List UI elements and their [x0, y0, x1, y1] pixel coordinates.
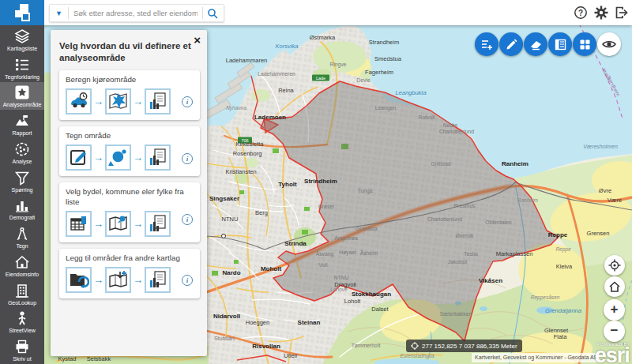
panel-title: Velg hvordan du vil definere et analyseo… — [59, 40, 195, 64]
svg-text:Nedre: Nedre — [443, 122, 458, 128]
sidebar-item-analyse[interactable]: Analyse — [0, 138, 44, 167]
drawn-shapes-icon — [105, 144, 131, 171]
search-box[interactable]: ▼ — [49, 4, 224, 22]
card-drive-area[interactable]: Beregn kjøreområde → → — [59, 70, 200, 120]
zoom-out-button[interactable]: − — [604, 321, 625, 342]
svg-text:Ladehammaren: Ladehammaren — [226, 57, 268, 64]
sidebar-item-streetview[interactable]: StreetView — [0, 308, 44, 336]
search-icon[interactable] — [203, 7, 224, 20]
svg-text:Kirkesletta: Kirkesletta — [235, 141, 264, 148]
svg-text:Korsvika: Korsvika — [276, 43, 299, 50]
svg-text:Ringve: Ringve — [329, 62, 346, 68]
svg-text:Voll: Voll — [319, 262, 328, 268]
info-icon[interactable]: i — [182, 275, 193, 286]
search-input[interactable] — [69, 9, 202, 17]
table-icon — [66, 211, 92, 237]
sidebar-item-label: Eiendomsinfo — [6, 272, 39, 277]
report-columns-button[interactable] — [548, 32, 572, 56]
svg-text:Risvollan: Risvollan — [252, 343, 280, 350]
house-icon — [13, 253, 31, 271]
sidebar-item-kartlagsliste[interactable]: Kartlagsliste — [0, 25, 44, 54]
eraser-button[interactable] — [524, 32, 547, 56]
sidebar-item-tegnforklaring[interactable]: Tegnforklaring — [0, 54, 44, 82]
logout-icon[interactable] — [615, 6, 629, 20]
svg-text:Væresholmen: Væresholmen — [583, 144, 618, 149]
sidebar-item-skrivut[interactable]: Skriv ut — [0, 336, 44, 364]
svg-text:Åsvang: Åsvang — [316, 250, 334, 257]
report-icon — [13, 112, 31, 129]
help-icon[interactable]: ? — [574, 6, 588, 20]
sidebar-item-tegn[interactable]: Tegn — [0, 223, 44, 251]
search-dropdown-caret[interactable]: ▼ — [50, 9, 68, 17]
svg-text:NTNU: NTNU — [334, 275, 349, 280]
draw-pencil-button[interactable] — [499, 32, 523, 56]
svg-text:Rosenborg: Rosenborg — [233, 150, 262, 157]
analysis-area-panel: × Velg hvordan du vil definere et analys… — [51, 30, 207, 356]
svg-text:Reppesåsen: Reppesåsen — [531, 295, 560, 301]
coordinate-readout: 277 152,825 7 037 886,335 Meter — [406, 340, 522, 352]
svg-text:Brøset: Brøset — [318, 204, 334, 209]
card-add-from-layers[interactable]: Legg til områder fra andre kartlag → — [59, 249, 200, 298]
draw-rectangle-icon — [66, 144, 92, 171]
analysis-icon — [13, 141, 31, 158]
arrow-icon: → — [92, 274, 105, 286]
svg-text:Ranheim: Ranheim — [517, 197, 539, 203]
svg-text:Øvre: Øvre — [599, 187, 611, 194]
sidebar-item-label: Skriv ut — [13, 356, 31, 362]
info-icon[interactable]: i — [182, 214, 193, 225]
add-to-list-button[interactable] — [475, 32, 498, 56]
svg-text:Charlottenlund: Charlottenlund — [427, 216, 462, 222]
card-select-from-list[interactable]: Velg bydel, kommune eler fylke fra liste… — [59, 182, 200, 242]
esri-logo: POWERED BY esri — [595, 342, 630, 364]
svg-text:Kristiansten: Kristiansten — [225, 168, 256, 175]
sidebar-item-eiendomsinfo[interactable]: Eiendomsinfo — [0, 251, 44, 280]
sidebar-item-rapport[interactable]: Rapport — [0, 110, 44, 138]
sidebar-item-analyseomrade[interactable]: Analyseområde — [0, 82, 44, 111]
locate-button[interactable] — [604, 255, 625, 276]
arrow-icon: → — [131, 218, 145, 230]
app-logo[interactable] — [0, 0, 44, 25]
svg-text:Lade: Lade — [316, 76, 325, 81]
map-search-icon — [105, 211, 131, 237]
svg-text:Sæterbakken: Sæterbakken — [440, 311, 472, 317]
info-icon[interactable]: i — [182, 153, 193, 164]
map-add-icon — [105, 267, 131, 293]
svg-text:Fagerheim: Fagerheim — [365, 69, 393, 76]
svg-text:Lademoen: Lademoen — [254, 114, 286, 121]
svg-text:Moholt: Moholt — [261, 265, 282, 272]
grid-apps-button[interactable] — [573, 32, 596, 56]
sidebar-item-sporring[interactable]: Spørring — [0, 167, 44, 195]
svg-text:Tyholt: Tyholt — [278, 181, 297, 188]
home-button[interactable] — [604, 276, 625, 297]
svg-text:Strinda: Strinda — [284, 240, 307, 247]
svg-text:Grillstad: Grillstad — [431, 161, 451, 167]
sidebar-item-label: Spørring — [12, 187, 33, 193]
bars-icon — [13, 197, 31, 214]
svg-text:?: ? — [578, 9, 583, 17]
svg-text:Øvervik: Øvervik — [455, 233, 474, 238]
arrow-icon: → — [131, 274, 145, 286]
card-draw-area[interactable]: Tegn område → → — [59, 126, 200, 176]
analysis-area-icon — [13, 84, 31, 101]
svg-text:Nardo: Nardo — [222, 269, 240, 276]
card-title: Velg bydel, kommune eler fylke fra liste — [66, 187, 186, 206]
svg-text:Steinan: Steinan — [298, 319, 321, 326]
svg-text:Strindheim: Strindheim — [304, 178, 337, 185]
svg-text:Være: Være — [608, 197, 622, 204]
svg-text:Devle: Devle — [356, 77, 371, 83]
visibility-eye-button[interactable] — [597, 32, 621, 56]
settings-gear-icon[interactable] — [594, 6, 608, 20]
card-title: Beregn kjøreområde — [66, 75, 186, 84]
zoom-in-button[interactable]: + — [604, 299, 625, 321]
close-icon[interactable]: × — [194, 35, 201, 46]
svg-text:Jakobsli: Jakobsli — [448, 259, 468, 265]
svg-text:Kleiva: Kleiva — [556, 263, 573, 270]
svg-text:Tunga: Tunga — [357, 188, 372, 194]
svg-text:Presthus: Presthus — [454, 203, 476, 208]
svg-text:Lohove: Lohove — [330, 287, 348, 292]
info-icon[interactable]: i — [182, 96, 193, 107]
layers-icon — [13, 28, 31, 45]
sidebar-item-demografi[interactable]: Demografi — [0, 195, 44, 223]
sidebar-item-geolookup[interactable]: GeoLookup — [0, 280, 44, 308]
svg-text:Vikåsen: Vikåsen — [479, 277, 502, 284]
